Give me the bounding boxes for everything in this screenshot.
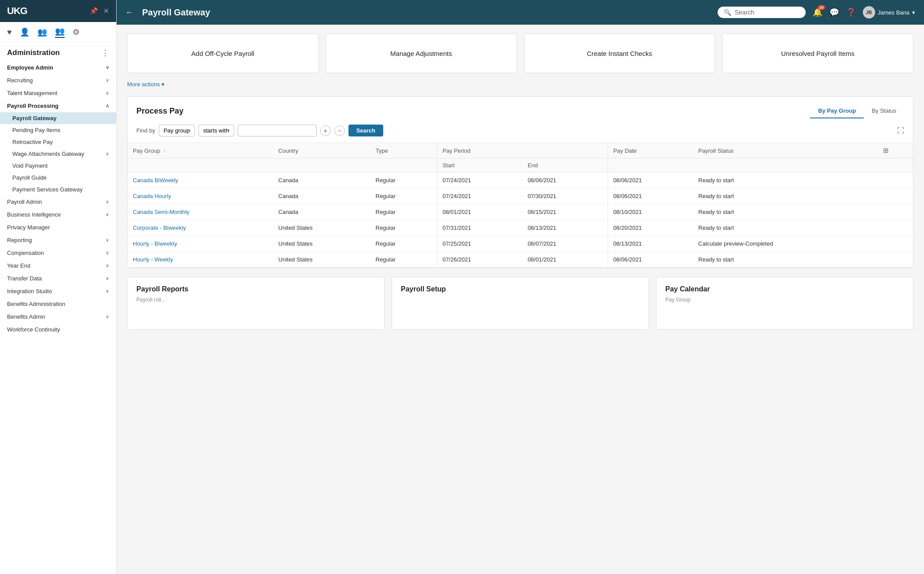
settings-icon[interactable]: ⚙ <box>73 27 80 37</box>
sort-icon[interactable]: ↑ <box>163 149 165 154</box>
tab-by-pay-group[interactable]: By Pay Group <box>810 104 864 118</box>
sidebar-item-business-intelligence[interactable]: Business Intelligence ∨ <box>0 208 116 221</box>
unresolved-payroll-items-card[interactable]: Unresolved Payroll Items <box>722 33 913 73</box>
table-row: Canada BiWeekly Canada Regular 07/24/202… <box>128 173 913 188</box>
pay-group-link[interactable]: Canada Semi-Monthly <box>133 209 190 215</box>
topbar: ← Payroll Gateway 🔍 Search 🔔 19 💬 ❓ JB J… <box>117 0 924 25</box>
country-cell: Canada <box>273 173 370 188</box>
benefits-administration-label: Benefits Administration <box>7 301 65 307</box>
status-cell: Ready to start <box>693 188 878 204</box>
pin-icon[interactable]: 📌 <box>90 7 98 15</box>
sidebar-item-employee-admin[interactable]: Employee Admin ∨ <box>0 61 116 74</box>
start-header: Start <box>437 158 522 173</box>
sidebar-child-payment-services[interactable]: Payment Services Gateway <box>0 184 116 195</box>
user-chevron-icon: ▾ <box>912 9 915 16</box>
notifications-icon[interactable]: 🔔 19 <box>813 7 822 17</box>
admin-icon[interactable]: 👥 <box>55 26 65 38</box>
people-icon[interactable]: 👥 <box>37 27 47 37</box>
user-menu[interactable]: JB James Bana ▾ <box>863 6 915 18</box>
year-end-label: Year End <box>7 262 30 269</box>
pay-calendar-sub: Pay Group <box>665 297 904 303</box>
favorites-icon[interactable]: ♥ <box>7 28 12 37</box>
sidebar-item-benefits-admin[interactable]: Benefits Admin ∨ <box>0 310 116 323</box>
sidebar-item-reporting[interactable]: Reporting ∨ <box>0 234 116 247</box>
add-off-cycle-payroll-card[interactable]: Add Off-Cycle Payroll <box>127 33 319 73</box>
help-icon[interactable]: ❓ <box>846 7 856 17</box>
back-button[interactable]: ← <box>125 8 133 17</box>
pay-group-cell: Hourly - Biweekly <box>128 236 273 252</box>
pay-group-cell: Corporate - Biweekly <box>128 220 273 236</box>
payroll-reports-card[interactable]: Payroll Reports Payroll roll... <box>127 277 385 330</box>
country-cell: United States <box>273 252 370 268</box>
pay-calendar-title: Pay Calendar <box>665 285 904 293</box>
close-icon[interactable]: ✕ <box>103 7 109 15</box>
create-instant-checks-card[interactable]: Create Instant Checks <box>524 33 715 73</box>
end-cell: 08/06/2021 <box>522 173 608 188</box>
sidebar-child-wage-attachments[interactable]: Wage Attachments Gateway ∨ <box>0 148 116 160</box>
search-button[interactable]: Search <box>348 125 383 136</box>
pay-calendar-card[interactable]: Pay Calendar Pay Group <box>656 277 913 330</box>
sidebar-item-recruiting[interactable]: Recruiting ∨ <box>0 74 116 87</box>
pay-group-link[interactable]: Canada Hourly <box>133 193 171 199</box>
table-row: Canada Semi-Monthly Canada Regular 08/01… <box>128 204 913 220</box>
manage-adjustments-card[interactable]: Manage Adjustments <box>326 33 517 73</box>
sidebar-item-privacy-manager[interactable]: Privacy Manager <box>0 221 116 234</box>
sidebar-item-workforce-continuity[interactable]: Workforce Continuity <box>0 323 116 336</box>
more-actions-button[interactable]: More actions ▾ <box>127 81 165 88</box>
sidebar-child-payroll-gateway[interactable]: Payroll Gateway <box>0 112 116 124</box>
type-cell: Regular <box>370 188 437 204</box>
sidebar-item-payroll-admin[interactable]: Payroll Admin ∨ <box>0 195 116 208</box>
end-cell: 07/30/2021 <box>522 188 608 204</box>
payroll-setup-card[interactable]: Payroll Setup <box>392 277 649 330</box>
tab-by-status[interactable]: By Status <box>864 104 904 118</box>
pay-group-cell: Canada BiWeekly <box>128 173 273 188</box>
person-icon[interactable]: 👤 <box>20 27 29 37</box>
user-name: James Bana <box>878 9 909 16</box>
filter-bar: Find by Pay group Country Status starts … <box>128 118 913 143</box>
sidebar-item-year-end[interactable]: Year End ∨ <box>0 259 116 272</box>
grid-options-icon[interactable]: ⊞ <box>883 147 889 154</box>
pay-group-cell: Canada Hourly <box>128 188 273 204</box>
chevron-up-icon: ∧ <box>106 103 109 109</box>
sidebar-item-transfer-data[interactable]: Transfer Data ∨ <box>0 272 116 285</box>
sidebar-top-icons: 📌 ✕ <box>90 7 109 15</box>
expand-icon[interactable]: ⛶ <box>897 127 904 135</box>
start-cell: 07/25/2021 <box>437 236 522 252</box>
table-row: Hourly - Weekly United States Regular 07… <box>128 252 913 268</box>
type-cell: Regular <box>370 220 437 236</box>
operator-select[interactable]: starts with contains equals <box>198 125 234 136</box>
field-select[interactable]: Pay group Country Status <box>159 125 195 136</box>
search-box[interactable]: 🔍 Search <box>718 7 806 18</box>
search-input[interactable]: Search <box>735 9 754 16</box>
status-cell: Ready to start <box>693 252 878 268</box>
pay-group-link[interactable]: Corporate - Biweekly <box>133 224 186 231</box>
sidebar-child-void-payment[interactable]: Void Payment <box>0 160 116 172</box>
sidebar-item-payroll-processing[interactable]: Payroll Processing ∧ <box>0 99 116 112</box>
sidebar-child-payroll-guide[interactable]: Payroll Guide <box>0 172 116 184</box>
pay-group-link[interactable]: Hourly - Biweekly <box>133 240 177 247</box>
add-filter-button[interactable]: + <box>320 125 331 136</box>
chevron-down-icon: ∨ <box>106 250 109 256</box>
payroll-table: Pay Group ↑ Country Type Pay Period Pay … <box>128 143 913 268</box>
pay-date-header: Pay Date <box>608 143 693 158</box>
field-select-wrap: Pay group Country Status <box>159 125 195 136</box>
sidebar-item-integration-studio[interactable]: Integration Studio ∨ <box>0 285 116 298</box>
pay-group-link[interactable]: Canada BiWeekly <box>133 177 178 184</box>
sidebar-child-retroactive-pay[interactable]: Retroactive Pay <box>0 136 116 148</box>
more-options-icon[interactable]: ⋮ <box>101 48 109 58</box>
messages-icon[interactable]: 💬 <box>829 7 839 17</box>
remove-filter-button[interactable]: − <box>334 125 345 136</box>
content-area: Add Off-Cycle Payroll Manage Adjustments… <box>117 25 924 574</box>
filter-text-input[interactable] <box>238 125 317 136</box>
pay-group-link[interactable]: Hourly - Weekly <box>133 256 173 263</box>
type-cell: Regular <box>370 173 437 188</box>
sidebar-item-compensation[interactable]: Compensation ∨ <box>0 247 116 259</box>
sidebar-item-talent-management[interactable]: Talent Management ∨ <box>0 87 116 99</box>
business-intelligence-label: Business Intelligence <box>7 211 61 218</box>
pay-period-header: Pay Period <box>437 143 608 158</box>
end-cell: 08/13/2021 <box>522 220 608 236</box>
payroll-status-header: Payroll Status <box>693 143 878 158</box>
chevron-down-icon: ∨ <box>106 263 109 269</box>
sidebar-item-benefits-administration[interactable]: Benefits Administration <box>0 298 116 310</box>
sidebar-child-pending-pay-items[interactable]: Pending Pay Items <box>0 124 116 136</box>
